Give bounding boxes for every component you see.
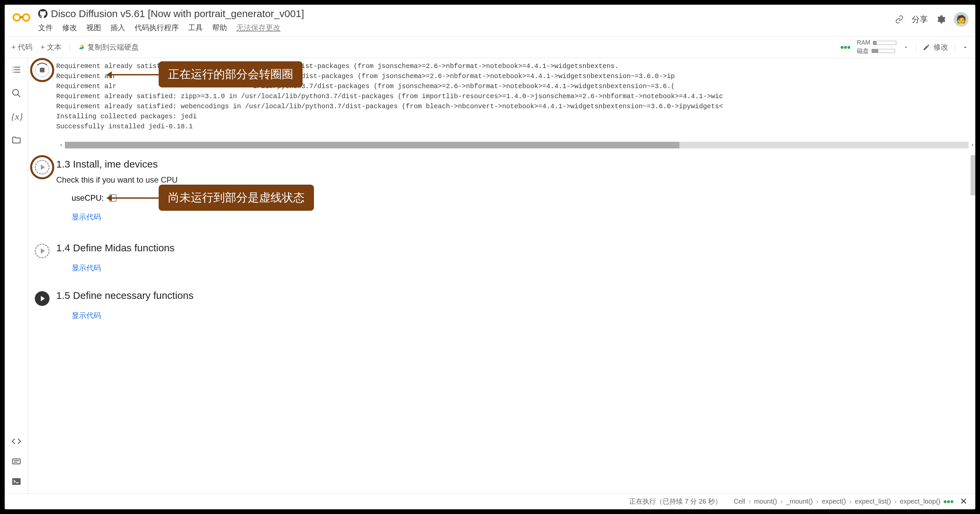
share-button[interactable]: 分享: [912, 14, 928, 25]
cell-title: 1.5 Define necessary functions: [56, 290, 965, 301]
toc-icon[interactable]: [11, 65, 21, 75]
annotation-running: 正在运行的部分会转圈圈: [159, 61, 302, 88]
close-icon[interactable]: ✕: [960, 496, 967, 507]
menu-help[interactable]: 帮助: [212, 23, 227, 33]
run-button-running[interactable]: [35, 63, 49, 77]
terminal-icon[interactable]: [11, 476, 21, 487]
svg-point-2: [13, 89, 18, 96]
pencil-icon: [923, 43, 930, 51]
add-text-button[interactable]: + 文本: [40, 42, 62, 52]
status-dots-icon: ●●●: [840, 43, 850, 51]
link-icon[interactable]: [895, 15, 904, 24]
menu-view[interactable]: 视图: [86, 23, 101, 33]
colab-logo-icon: [11, 11, 32, 24]
chevron-down-icon[interactable]: [903, 44, 909, 50]
run-button-pending[interactable]: [35, 244, 49, 259]
annotation-arrow: [112, 197, 159, 199]
annotation-pending: 尚未运行到部分是虚线状态: [159, 185, 314, 211]
chevron-up-icon[interactable]: [962, 44, 969, 51]
menu-tools[interactable]: 工具: [188, 23, 203, 33]
header: Disco Diffusion v5.61 [Now with portrait…: [5, 5, 975, 36]
run-button-ready[interactable]: [35, 291, 49, 306]
command-palette-icon[interactable]: [11, 457, 21, 466]
svg-point-0: [13, 14, 20, 21]
folder-icon[interactable]: [11, 135, 21, 145]
status-dots-icon: ●●●: [943, 498, 953, 505]
show-code-link[interactable]: 显示代码: [72, 263, 965, 273]
svg-rect-4: [12, 478, 21, 485]
menu-runtime[interactable]: 代码执行程序: [135, 23, 179, 33]
github-icon: [38, 9, 48, 18]
run-button-pending[interactable]: [35, 160, 49, 175]
code-icon[interactable]: [11, 436, 21, 446]
add-code-button[interactable]: + 代码: [11, 42, 32, 52]
drive-icon: [78, 43, 85, 51]
execution-path: Cell›mount()›_mount()›expect()›expect_li…: [733, 498, 940, 505]
separator: [70, 43, 70, 52]
sidebar: {x}: [5, 58, 28, 493]
variables-icon[interactable]: {x}: [11, 112, 21, 121]
scrollbar-horizontal[interactable]: [58, 142, 975, 148]
search-icon[interactable]: [11, 88, 21, 98]
edit-button[interactable]: 修改: [923, 42, 948, 52]
scroll-right-icon[interactable]: [970, 142, 975, 148]
form-label: useCPU:: [72, 193, 104, 203]
show-code-link[interactable]: 显示代码: [72, 311, 965, 321]
menu-cannot-save: 无法保存更改: [236, 23, 280, 33]
svg-rect-3: [13, 459, 20, 464]
copy-to-drive-button[interactable]: 复制到云端硬盘: [78, 42, 139, 52]
scroll-left-icon[interactable]: [58, 142, 64, 148]
page-title: Disco Diffusion v5.61 [Now with portrait…: [51, 8, 304, 19]
menu-insert[interactable]: 插入: [110, 23, 125, 33]
menu-edit[interactable]: 修改: [62, 23, 77, 33]
execution-status: 正在执行（已持续 7 分 26 秒）: [629, 497, 722, 506]
resource-meter[interactable]: RAM 磁盘: [857, 39, 896, 55]
status-bar: 正在执行（已持续 7 分 26 秒） Cell›mount()›_mount()…: [5, 493, 975, 509]
show-code-link[interactable]: 显示代码: [72, 212, 965, 222]
avatar[interactable]: 🧑: [954, 12, 969, 27]
cell-title: 1.4 Define Midas functions: [56, 242, 965, 254]
notebook-main[interactable]: Requirement already satisfied: ... /usr/…: [28, 58, 975, 493]
annotation-arrow: [112, 74, 159, 75]
cell-subtitle: Check this if you want to use CPU: [56, 175, 965, 185]
cell-1-5: 1.5 Define necessary functions 显示代码: [32, 290, 975, 327]
cell-title: 1.3 Install, ime devices: [56, 158, 965, 170]
svg-point-1: [23, 14, 29, 21]
toolbar: + 代码 + 文本 复制到云端硬盘 ●●● RAM 磁盘 修改: [5, 36, 975, 58]
cell-1-4: 1.4 Define Midas functions 显示代码: [32, 242, 975, 280]
gear-icon[interactable]: [936, 14, 946, 24]
menu-bar: 文件 修改 视图 插入 代码执行程序 工具 帮助 无法保存更改: [38, 21, 888, 36]
menu-file[interactable]: 文件: [38, 23, 53, 33]
